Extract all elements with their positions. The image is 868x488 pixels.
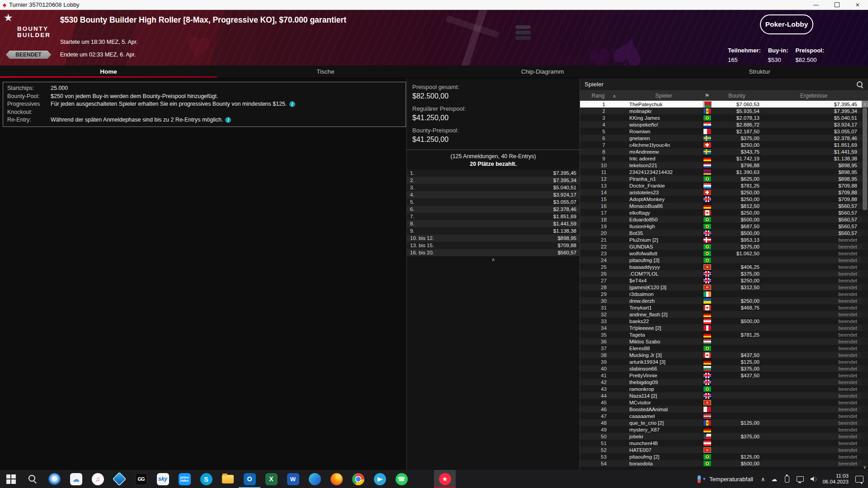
table-row[interactable]: 15AdoptAMonkey$250,00$709,88 bbox=[580, 196, 868, 202]
start-icon[interactable] bbox=[0, 470, 22, 488]
onedrive-icon[interactable]: ☁ bbox=[770, 475, 778, 483]
table-row[interactable]: 16MonacoBua86$812,50$560,57 bbox=[580, 202, 868, 209]
table-row[interactable]: 38Mucking Jr [3]$437,50beendet bbox=[580, 352, 868, 358]
table-row[interactable]: 25baaaaddyyyy$406,25beendet bbox=[580, 263, 868, 270]
telegram-icon[interactable] bbox=[369, 470, 391, 488]
table-row[interactable]: 27$eT4x4$250,00beendet bbox=[580, 277, 868, 284]
column-header-rank[interactable]: Rang∧ bbox=[580, 93, 627, 99]
poker-lobby-button[interactable]: Poker-Lobby bbox=[760, 14, 813, 34]
players-scrollbar[interactable]: ∧ ∨ bbox=[862, 101, 868, 470]
table-row[interactable]: 51munchenHBbeendet bbox=[580, 440, 868, 446]
prime-video-icon[interactable]: primevideo bbox=[174, 470, 195, 488]
table-row[interactable]: 13Doctor_Frankie$781,25$709,88 bbox=[580, 182, 868, 189]
scroll-up-icon[interactable]: ∧ bbox=[862, 101, 868, 107]
table-row[interactable]: 49mystery_X87beendet bbox=[580, 426, 868, 433]
table-row[interactable]: 22GUNDIAS$375,00beendet bbox=[580, 243, 868, 250]
weather-widget[interactable]: ▼ Temperaturabfall bbox=[695, 470, 756, 488]
table-row[interactable]: 6gnetaren$375,00$2.378,46 bbox=[580, 135, 868, 141]
network-icon[interactable] bbox=[796, 475, 804, 483]
sky-icon[interactable]: sky bbox=[152, 470, 174, 488]
table-row[interactable]: 42thebigdog09beendet bbox=[580, 379, 868, 385]
column-header-spieler[interactable]: Spieler bbox=[627, 93, 700, 99]
signal-icon[interactable] bbox=[43, 470, 65, 488]
notification-center-icon[interactable] bbox=[855, 476, 863, 483]
table-row[interactable]: 3KKing James$2.078,13$5.040,51 bbox=[580, 114, 868, 121]
table-row[interactable]: 46BoostedAAnimalbeendet bbox=[580, 406, 868, 413]
table-row[interactable]: 11234241234214432$1.390,63$898,95 bbox=[580, 169, 868, 175]
usb-icon[interactable] bbox=[783, 475, 791, 483]
close-button[interactable]: ✕ bbox=[847, 0, 868, 9]
outlook-icon[interactable]: O bbox=[239, 470, 260, 488]
table-row[interactable]: 44Naza114 [2]beendet bbox=[580, 392, 868, 399]
table-row[interactable]: 21Plu2nium [2]$953,13beendet bbox=[580, 236, 868, 243]
table-row[interactable]: 18Eduardo850$500,00$560,57 bbox=[580, 216, 868, 223]
table-row[interactable]: 1ThePateychuk$7.060,53$7.395,45 bbox=[580, 101, 868, 108]
table-row[interactable]: 24pitaoufmg [3]beendet bbox=[580, 257, 868, 263]
word-icon[interactable]: W bbox=[282, 470, 304, 488]
scroll-down-icon[interactable]: ∨ bbox=[862, 464, 868, 470]
table-row[interactable]: 50jobekr$375,00beendet bbox=[580, 433, 868, 440]
table-row[interactable]: 41PrettyVinnie$437,50beendet bbox=[580, 372, 868, 379]
tab-struktur[interactable]: Struktur bbox=[651, 66, 868, 78]
table-row[interactable]: 43ramonkropbeendet bbox=[580, 385, 868, 392]
table-row[interactable]: 54boraodota$500,00beendet bbox=[580, 460, 868, 467]
table-row[interactable]: 26.COM??LOL$375,00beendet bbox=[580, 270, 868, 277]
table-row[interactable]: 47caaaaamelbeendet bbox=[580, 413, 868, 419]
tray-expand-icon[interactable]: ∧ bbox=[761, 476, 765, 483]
edge-icon[interactable] bbox=[304, 470, 326, 488]
table-row[interactable]: 19IlusionHigh$687,50$560,57 bbox=[580, 223, 868, 230]
table-row[interactable]: 32andrew_flash [2]beendet bbox=[580, 311, 868, 318]
table-row[interactable]: 45MCvisitorbeendet bbox=[580, 399, 868, 406]
table-row[interactable]: 2molinapkr$5.935,54$7.395,34 bbox=[580, 108, 868, 114]
table-row[interactable]: 23wolfofwallstt$1.062,50beendet bbox=[580, 250, 868, 257]
pokertracker-icon[interactable] bbox=[108, 470, 130, 488]
taskbar-clock[interactable]: 11:03 06.04.2023 bbox=[822, 473, 849, 485]
file-explorer-icon[interactable] bbox=[217, 470, 239, 488]
table-row[interactable]: 7c4tchme1fyouc4n$250,00$1.851,69 bbox=[580, 141, 868, 148]
table-row[interactable]: 48que_te_crio [2]$125,00beendet bbox=[580, 419, 868, 426]
column-header-flag[interactable]: ⚑ bbox=[700, 93, 714, 99]
table-row[interactable]: 40slabinson66$375,00beendet bbox=[580, 365, 868, 372]
table-row[interactable]: 33baeks22$500,00beendet bbox=[580, 318, 868, 324]
search-icon[interactable] bbox=[22, 470, 43, 488]
column-header-ergebnisse[interactable]: Ergebnisse bbox=[760, 93, 868, 99]
favorite-star-icon[interactable]: ★ bbox=[4, 12, 13, 24]
table-row[interactable]: 29r3dsalmonbeendet bbox=[580, 291, 868, 297]
icloud-icon[interactable]: ☁ bbox=[65, 470, 87, 488]
table-row[interactable]: 10tekelson221$796,88$898,95 bbox=[580, 162, 868, 169]
table-row[interactable]: 31Tonykart1$468,75beendet bbox=[580, 304, 868, 311]
skype-icon[interactable]: S bbox=[195, 470, 217, 488]
excel-icon[interactable]: X bbox=[260, 470, 282, 488]
tab-tische[interactable]: Tische bbox=[217, 66, 434, 78]
column-header-bounty[interactable]: Bounty bbox=[714, 93, 760, 99]
table-row[interactable]: 30drew.derzh$250,00beendet bbox=[580, 297, 868, 304]
scrollbar-thumb[interactable] bbox=[863, 108, 867, 210]
table-row[interactable]: 53pitaoufmg [2]$125,00beendet bbox=[580, 453, 868, 460]
table-row[interactable]: 39arturik19934 [3]$125,00beendet bbox=[580, 358, 868, 365]
table-row[interactable]: 14aristoteles23$250,00$709,88 bbox=[580, 189, 868, 196]
whatsapp-icon[interactable]: ☎ bbox=[391, 470, 412, 488]
info-tooltip-icon[interactable]: i bbox=[225, 117, 231, 123]
pokerstars-icon[interactable]: ★ bbox=[434, 470, 456, 488]
table-row[interactable]: 8mrAndreeew$343,75$1.441,59 bbox=[580, 148, 868, 155]
table-row[interactable]: 9Intc adored$1.742,19$1.138,38 bbox=[580, 155, 868, 162]
tab-home[interactable]: Home bbox=[0, 66, 217, 78]
search-icon[interactable] bbox=[856, 81, 863, 88]
table-row[interactable]: 5Rowniwn$2.187,50$3.055,07 bbox=[580, 128, 868, 135]
table-row[interactable]: 20Bot35$500,00$560,57 bbox=[580, 230, 868, 236]
tab-chip-diagramm[interactable]: Chip-Diagramm bbox=[434, 66, 651, 78]
volume-icon[interactable] bbox=[809, 475, 817, 483]
table-row[interactable]: 4wisopekeño!$2.886,72$3.924,17 bbox=[580, 121, 868, 128]
firefox-icon[interactable] bbox=[326, 470, 347, 488]
restore-button[interactable] bbox=[826, 0, 847, 9]
collapse-payouts-icon[interactable]: ∧ bbox=[407, 256, 580, 263]
table-row[interactable]: 17elkoftagy$250,00$560,57 bbox=[580, 209, 868, 216]
table-row[interactable]: 28|gammi|€120 [3]$312,50beendet bbox=[580, 284, 868, 291]
music-icon[interactable]: ♫ bbox=[87, 470, 108, 488]
table-row[interactable]: 52HATE007beendet bbox=[580, 446, 868, 453]
table-row[interactable]: 12Piranha_n1$625,00$898,95 bbox=[580, 175, 868, 182]
chrome-icon[interactable] bbox=[347, 470, 369, 488]
info-tooltip-icon[interactable]: i bbox=[289, 101, 295, 107]
table-row[interactable]: 36Miklos Szabobeendet bbox=[580, 338, 868, 345]
ggpoker-icon[interactable]: GG bbox=[130, 470, 152, 488]
